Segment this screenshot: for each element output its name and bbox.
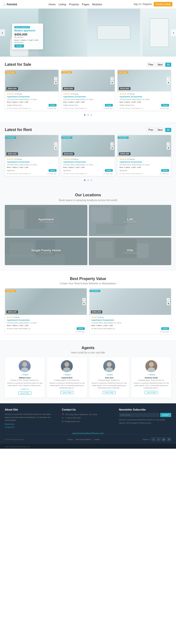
sale-card-1-compare[interactable]: ⊕ [54, 81, 57, 84]
rent-all-button[interactable]: All [165, 128, 171, 132]
rent-card-3-compare[interactable]: ⊕ [167, 146, 170, 150]
best-card-2-footer: At View Ocean View Realty LLC Details [91, 327, 169, 330]
rent-dot-1[interactable] [84, 180, 85, 181]
hero-next-button[interactable]: › [171, 29, 176, 36]
rent-dot-2[interactable] [87, 180, 89, 181]
newsletter-submit[interactable]: SUBMIT [160, 413, 171, 417]
rent-card-3: FOR RENT $350,000 ♡ ⊕ ★★★★ 15 Ratings Ap… [117, 135, 171, 176]
sale-dot-1[interactable] [84, 114, 85, 116]
rent-card-1-favorite[interactable]: ♡ [54, 142, 57, 146]
nav-listing[interactable]: Listing [58, 3, 66, 6]
rent-card-2-favorite[interactable]: ♡ [110, 142, 114, 146]
navbar: ⌂ houzez Home Listing Property Pages Mod… [0, 0, 176, 9]
create-listing-button[interactable]: Create Listing [154, 2, 173, 6]
rent-card-2-type: Apartment [63, 170, 71, 171]
location-apartment[interactable]: Apartment 15 PROPERTIES [5, 205, 87, 236]
sale-card-3-details-btn[interactable]: Details [161, 104, 169, 106]
location-villa-count: 3 PROPERTIES [123, 252, 137, 254]
best-card-2-compare[interactable]: ⊕ [167, 302, 170, 305]
sale-card-2-favorite[interactable]: ♡ [110, 77, 114, 80]
rent-card-3-controls: ♡ ⊕ [167, 142, 170, 150]
sale-card-3-favorite[interactable]: ♡ [167, 77, 170, 80]
agent-3-view-profile[interactable]: View Profile [103, 391, 116, 394]
best-card-2-favorite[interactable]: ♡ [167, 298, 170, 301]
social-twitter[interactable]: t [156, 437, 161, 442]
logo[interactable]: ⌂ houzez [3, 2, 17, 6]
location-loft[interactable]: Loft 4 PROPERTIES [89, 205, 172, 236]
footer-terms[interactable]: Terms and Conditions [75, 438, 91, 440]
rent-card-1-compare[interactable]: ⊕ [54, 146, 57, 150]
rent-card-1-address: 123 East Street, Miami Beach, FL 33131 [7, 164, 56, 166]
nav-modules[interactable]: Modules [92, 3, 102, 6]
best-card-2-subprice: $21,000/mo [161, 312, 170, 313]
footer-contact-link[interactable]: Contact Us [5, 426, 57, 428]
sale-next-button[interactable]: Next [156, 62, 164, 67]
best-card-1-details-btn[interactable]: Details [77, 327, 85, 330]
footer-grid: About Site Houzez is a premium WordPress… [5, 408, 171, 428]
hero-details-button[interactable]: Details [14, 44, 24, 48]
best-card-2-details-btn[interactable]: Details [161, 327, 169, 330]
signin-button[interactable]: Sign In / Register [134, 3, 152, 6]
location-villa[interactable]: Villa 3 PROPERTIES [89, 238, 172, 265]
sale-pagination [5, 113, 171, 116]
footer-read-more[interactable]: Read more [5, 423, 57, 425]
rent-card-1-name[interactable]: Apartment Oceanview [7, 161, 56, 163]
rent-card-1-tag: FOR RENT [5, 136, 16, 139]
rent-dot-3[interactable] [91, 180, 92, 181]
sale-card-2-name[interactable]: Apartment Oceanview [63, 96, 113, 98]
rent-card-3-price: $350,000 [119, 152, 131, 155]
agent-2-view-profile[interactable]: View Profile [60, 391, 73, 394]
sale-card-1: FOR SALE $350,000 ♡ ⊕ ★★★★ 15 Ratings Ap… [5, 70, 59, 111]
nav-home[interactable]: Home [49, 3, 56, 6]
rent-card-2-compare[interactable]: ⊕ [110, 146, 114, 150]
newsletter-input[interactable] [119, 413, 159, 417]
social-facebook[interactable]: f [151, 437, 156, 442]
sale-card-1-name[interactable]: Apartment Oceanview [7, 96, 56, 98]
rent-card-3-name[interactable]: Apartment Oceanview [120, 161, 169, 163]
nav-pages[interactable]: Pages [82, 3, 89, 6]
sale-all-button[interactable]: All [165, 62, 171, 67]
rent-card-3-favorite[interactable]: ♡ [167, 142, 170, 146]
rent-card-1-footer: Apartment Details [7, 169, 56, 172]
sale-card-2-compare[interactable]: ⊕ [110, 81, 114, 84]
rent-card-3-details-btn[interactable]: Details [161, 169, 169, 172]
email-icon: ✉ [62, 420, 63, 422]
hero-prev-button[interactable]: ‹ [0, 29, 5, 36]
nav-property[interactable]: Property [69, 3, 79, 6]
sale-card-2-address: 123 East Street, Miami Beach, FL 33131 [63, 98, 113, 100]
footer-privacy[interactable]: Privacy [67, 438, 73, 440]
sale-card-2-details-btn[interactable]: Details [105, 104, 113, 106]
rent-card-2-details-btn[interactable]: Details [105, 169, 113, 172]
hero-type: Apartment [14, 41, 41, 44]
sale-dot-3[interactable] [91, 114, 92, 116]
agent-1-contact[interactable]: Contact Us [20, 388, 29, 390]
footer-contact-bottom[interactable]: Contact [94, 438, 100, 440]
best-card-1-compare[interactable]: ⊕ [82, 302, 86, 305]
sale-dot-2[interactable] [87, 114, 89, 116]
sale-prev-button[interactable]: Prev [147, 62, 155, 67]
social-linkedin[interactable]: in [167, 437, 171, 442]
sale-card-1-favorite[interactable]: ♡ [54, 77, 57, 80]
social-google[interactable]: g+ [162, 437, 166, 442]
agent-4-view-profile[interactable]: View Profile [145, 391, 158, 394]
rent-prev-button[interactable]: Prev [147, 128, 155, 132]
rent-next-button[interactable]: Next [156, 128, 164, 132]
best-card-2-name[interactable]: Apartment Oceanview [91, 319, 169, 321]
best-card-1-favorite[interactable]: ♡ [82, 298, 86, 301]
sale-card-3-name[interactable]: Apartment Oceanview [120, 96, 169, 98]
location-villa-name: Villa [127, 248, 133, 252]
rent-card-3-tag: FOR RENT [118, 136, 129, 139]
footer-contact-title: Contact Us [62, 408, 114, 411]
footer-contact-info: 📍701 King Street, Melbourne VIC 3000 📞+1… [62, 413, 114, 423]
best-card-2-stars: ★★★ 5 Ratings [91, 316, 169, 318]
best-card-1-subprice: $21,000/mo [76, 312, 85, 313]
rent-card-2-name[interactable]: Apartment Oceanview [63, 161, 113, 163]
location-single-family[interactable]: Single Family Home 6 PROPERTIES [5, 238, 87, 265]
agent-1-view-profile[interactable]: View Profile [18, 392, 31, 395]
rent-card-1-details-btn[interactable]: Details [49, 169, 56, 172]
agent-card-2: ⌂ houzez Isabella Bell Company Agent, Co… [47, 357, 87, 398]
best-card-1-name[interactable]: Apartment Oceanview [7, 319, 85, 321]
sale-card-1-details-btn[interactable]: Details [49, 104, 56, 106]
sale-card-3-compare[interactable]: ⊕ [167, 81, 170, 84]
agents-title: Agents [5, 346, 171, 350]
